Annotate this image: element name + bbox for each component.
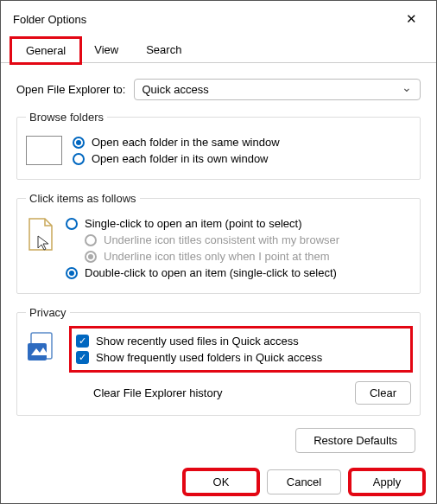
document-cursor-icon [26,217,55,252]
tab-search-label: Search [146,43,181,56]
open-explorer-row: Open File Explorer to: Quick access [16,79,421,100]
restore-defaults-button[interactable]: Restore Defaults [295,428,415,453]
radio-single-click[interactable]: Single-click to open an item (point to s… [66,217,411,230]
open-explorer-combo[interactable]: Quick access [134,79,421,100]
ok-button[interactable]: OK [184,469,258,494]
radio-underline-point-label: Underline icon titles only when I point … [104,250,330,263]
click-items-group: Click items as follows Single-click to o… [16,192,421,294]
browse-folders-group: Browse folders Open each folder in the s… [16,111,421,180]
radio-underline-browser-label: Underline icon titles consistent with my… [104,233,339,246]
apply-button[interactable]: Apply [350,469,424,494]
restore-row: Restore Defaults [16,428,415,453]
restore-defaults-label: Restore Defaults [314,434,397,447]
browse-folders-legend: Browse folders [26,111,107,124]
radio-underline-point: Underline icon titles only when I point … [85,250,411,263]
checkbox-icon [76,351,89,364]
privacy-icon [26,329,60,362]
privacy-legend: Privacy [26,306,70,319]
close-icon[interactable]: ✕ [398,10,424,29]
tab-general-label: General [26,44,66,57]
radio-double-click-label: Double-click to open an item (single-cli… [85,266,337,279]
privacy-highlight-box: Show recently used files in Quick access… [71,328,411,371]
privacy-group: Privacy Show recently used files in Quic… [16,306,421,416]
radio-icon [85,251,97,263]
ok-button-label: OK [213,475,230,488]
radio-icon [73,137,85,149]
dialog-footer: OK Cancel Apply [13,469,424,494]
checkbox-recent-files-label: Show recently used files in Quick access [96,335,299,348]
title-bar: Folder Options ✕ [1,1,436,34]
clear-button-label: Clear [370,386,396,399]
clear-history-row: Clear File Explorer history Clear [71,381,411,405]
clear-button[interactable]: Clear [355,381,411,405]
open-explorer-label: Open File Explorer to: [16,83,125,96]
tab-content: Open File Explorer to: Quick access Brow… [1,63,436,460]
radio-underline-browser: Underline icon titles consistent with my… [85,233,411,246]
open-explorer-combo-wrap: Quick access [134,79,421,100]
tab-strip: General View Search [1,37,436,63]
tab-general[interactable]: General [11,38,80,63]
radio-icon [66,267,78,279]
radio-own-window[interactable]: Open each folder in its own window [73,152,411,165]
clear-history-label: Clear File Explorer history [93,386,223,399]
radio-single-click-label: Single-click to open an item (point to s… [85,217,301,230]
apply-button-label: Apply [373,475,402,488]
click-items-legend: Click items as follows [26,192,140,205]
radio-double-click[interactable]: Double-click to open an item (single-cli… [66,266,411,279]
radio-same-window-label: Open each folder in the same window [92,136,280,149]
checkbox-icon [76,335,89,348]
folder-window-icon [26,136,62,165]
tab-view-label: View [94,43,118,56]
tab-search[interactable]: Search [132,38,195,63]
radio-icon [66,218,78,230]
cancel-button-label: Cancel [287,475,321,488]
checkbox-frequent-folders-label: Show frequently used folders in Quick ac… [96,351,322,364]
radio-own-window-label: Open each folder in its own window [92,152,269,165]
checkbox-frequent-folders[interactable]: Show frequently used folders in Quick ac… [76,351,406,364]
radio-same-window[interactable]: Open each folder in the same window [73,136,411,149]
radio-icon [73,153,85,165]
tab-view[interactable]: View [80,38,132,63]
window-title: Folder Options [13,13,86,26]
radio-icon [85,234,97,246]
checkbox-recent-files[interactable]: Show recently used files in Quick access [76,335,406,348]
cancel-button[interactable]: Cancel [267,469,341,494]
